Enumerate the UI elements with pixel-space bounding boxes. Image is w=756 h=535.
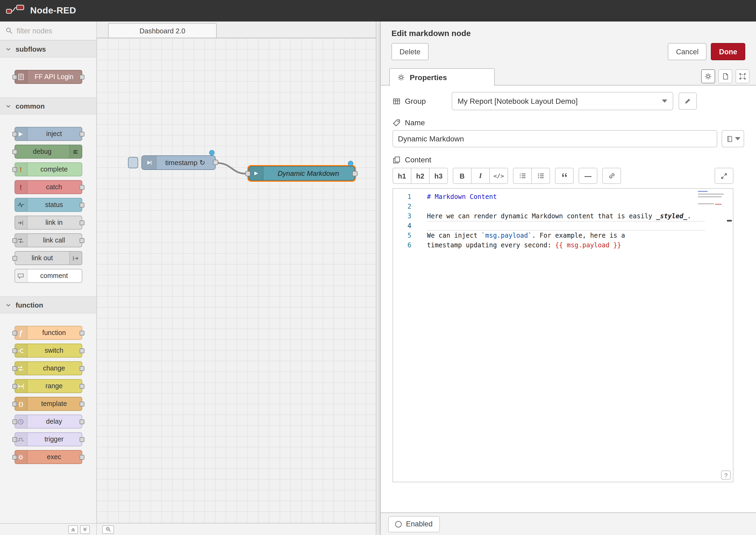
workspace-grid[interactable]: timestamp ↻ Dynamic Markdown (97, 38, 376, 523)
navigator-toggle-button[interactable] (102, 525, 114, 534)
palette-port-right (79, 455, 84, 460)
code-segment: . (687, 212, 691, 220)
tab-button-properties[interactable] (701, 70, 715, 83)
unordered-list-button[interactable] (531, 168, 550, 184)
palette-node-change[interactable]: change (14, 361, 82, 375)
palette-node-link-in[interactable]: link in (14, 215, 82, 230)
palette-port-right (79, 419, 84, 424)
heading1-button[interactable]: h1 (393, 168, 411, 184)
chevron-down-icon (5, 46, 11, 52)
group-select[interactable]: My Report [Notebook Layout Demo] (452, 92, 673, 110)
palette-node-range[interactable]: range (14, 379, 82, 393)
palette-node-debug[interactable]: debug (14, 145, 82, 158)
ordered-list-button[interactable] (513, 168, 532, 184)
timestamp-output-port[interactable] (213, 160, 218, 165)
editor-minimap[interactable] (698, 191, 726, 255)
code-line[interactable] (427, 202, 705, 211)
flow-node-dynamic-markdown[interactable]: Dynamic Markdown (248, 166, 355, 181)
palette-search-input[interactable] (17, 27, 84, 35)
code-line[interactable]: timestamp updating every second: {{ msg.… (427, 240, 705, 250)
editor-help-button[interactable]: ? (721, 470, 731, 480)
debug-icon (69, 145, 81, 158)
code-line-current[interactable] (427, 221, 705, 231)
edit-node-tray: Edit markdown node Delete Cancel Done Pr… (381, 21, 756, 535)
palette-node-trigger[interactable]: trigger (14, 432, 82, 446)
name-input[interactable] (393, 130, 717, 147)
tray-form: Group My Report [Notebook Layout Demo] N… (381, 86, 756, 512)
tab-button-appearance[interactable] (736, 70, 749, 83)
heading3-button[interactable]: h3 (429, 168, 448, 184)
palette-node-link-out[interactable]: link out (14, 251, 82, 265)
cancel-button[interactable]: Cancel (668, 43, 707, 60)
content-label-text: Content (405, 155, 431, 164)
delete-button[interactable]: Delete (391, 43, 429, 60)
palette-node-complete[interactable]: complete (14, 162, 82, 176)
markdown-input-port[interactable] (245, 171, 251, 176)
tab-button-description[interactable] (718, 70, 732, 83)
palette-node-status[interactable]: status (14, 198, 82, 212)
code-button[interactable]: </> (489, 168, 508, 184)
palette-node-switch[interactable]: switch (14, 344, 82, 357)
palette-node-inject[interactable]: inject (14, 127, 82, 141)
search-icon (5, 27, 13, 34)
line-number-current: 4 (393, 221, 413, 231)
palette-node-link-call[interactable]: link call (14, 233, 82, 247)
palette-collapse-all-button[interactable] (68, 525, 78, 534)
palette-node-comment[interactable]: comment (14, 269, 82, 283)
palette-node-catch[interactable]: catch (14, 180, 82, 194)
switch-icon (15, 344, 27, 357)
code-line[interactable]: # Markdown Content (427, 192, 705, 202)
palette-node-function[interactable]: function (14, 326, 82, 340)
code-segment: {{ msg.payload }} (555, 241, 621, 249)
blockquote-button[interactable] (555, 168, 574, 184)
expand-editor-button[interactable] (714, 168, 733, 184)
markdown-code-editor[interactable]: 1 2 3 4 5 6 # Markdown Content Here we c… (393, 188, 733, 482)
palette-expand-all-button[interactable] (80, 525, 90, 534)
palette-port-right (79, 384, 84, 389)
inject-trigger-button[interactable] (128, 157, 138, 168)
node-red-app: Node-RED subflows (0, 0, 756, 535)
palette-category-subflows[interactable]: subflows (0, 40, 96, 58)
palette-node-exec[interactable]: exec (14, 450, 82, 464)
palette-node-template[interactable]: template (14, 397, 82, 411)
palette-search[interactable] (0, 21, 96, 40)
group-label-text: Group (405, 97, 426, 105)
code-line[interactable]: Here we can render dynamic Markdown cont… (427, 211, 705, 221)
tab-properties[interactable]: Properties (389, 68, 495, 86)
tray-title: Edit markdown node (381, 21, 756, 39)
overview-ruler-cursor-mark (727, 220, 732, 221)
name-field-label: Name (393, 118, 744, 127)
code-segment: `msg.payload` (481, 232, 532, 239)
palette-port-right (79, 349, 84, 353)
wire-timestamp-to-markdown[interactable] (216, 163, 246, 174)
italic-button[interactable]: I (471, 168, 490, 184)
edit-group-button[interactable] (679, 93, 697, 110)
palette-port-right (79, 75, 84, 80)
link-button[interactable] (602, 168, 621, 184)
tray-resize-handle[interactable] (376, 21, 381, 535)
bold-button[interactable]: B (453, 168, 472, 184)
label-options-button[interactable] (722, 130, 744, 147)
line-number: 6 (393, 240, 413, 250)
palette-category-function[interactable]: function (0, 296, 96, 314)
heading2-button[interactable]: h2 (411, 168, 430, 184)
code-line[interactable]: We can inject `msg.payload`. For example… (427, 231, 705, 240)
code-lines[interactable]: # Markdown Content Here we can render dy… (413, 189, 705, 482)
link-in-icon (15, 216, 27, 229)
table-grid-icon (393, 97, 401, 105)
trigger-icon (15, 433, 27, 446)
horizontal-rule-button[interactable]: — (578, 168, 597, 184)
node-palette: subflows FF API Login common (0, 21, 97, 535)
done-button[interactable]: Done (711, 43, 745, 60)
palette-node-ff-api-login[interactable]: FF API Login (14, 70, 82, 84)
palette-node-delay[interactable]: delay (14, 414, 82, 429)
flow-node-timestamp[interactable]: timestamp ↻ (141, 155, 216, 170)
node-enabled-toggle[interactable]: Enabled (388, 516, 439, 532)
tab-properties-label: Properties (410, 73, 447, 82)
node-red-logo (5, 3, 26, 18)
chevron-down-icon (5, 302, 11, 308)
workspace-tab-dashboard[interactable]: Dashboard 2.0 (108, 23, 217, 38)
palette-port-right (79, 366, 84, 371)
markdown-output-port[interactable] (352, 171, 357, 176)
palette-category-common[interactable]: common (0, 97, 96, 115)
